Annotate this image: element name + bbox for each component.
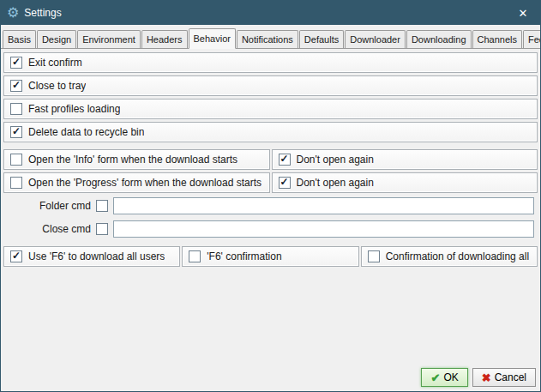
row-open-progress-form: Open the 'Progress' form when the downlo…	[3, 172, 538, 193]
close-to-tray-checkbox[interactable]: ✓	[10, 80, 22, 92]
row-close-to-tray: ✓ Close to tray	[3, 75, 538, 96]
row-fast-profiles: Fast profiles loading	[3, 99, 538, 119]
settings-window: ⚙ Settings ✕ Basis Design Environment He…	[0, 0, 541, 392]
tab-basis[interactable]: Basis	[3, 30, 36, 48]
close-to-tray-cell: ✓ Close to tray	[3, 75, 538, 96]
ok-button-label: OK	[443, 371, 458, 383]
footer-buttons: ✔ OK ✖ Cancel	[3, 366, 538, 388]
empty-area	[3, 269, 538, 366]
gear-icon: ⚙	[7, 6, 19, 20]
tab-feed[interactable]: Feed	[523, 30, 541, 48]
cancel-button[interactable]: ✖ Cancel	[472, 368, 536, 387]
open-info-label: Open the 'Info' form when the download s…	[28, 154, 237, 166]
f6-confirmation-label: 'F6' confirmation	[207, 250, 281, 262]
open-progress-cell: Open the 'Progress' form when the downlo…	[3, 172, 270, 193]
tab-downloader[interactable]: Downloader	[345, 30, 406, 48]
window-title: Settings	[24, 7, 61, 19]
tab-notifications[interactable]: Notifications	[237, 30, 298, 48]
ok-check-icon: ✔	[430, 371, 440, 384]
progress-dont-open-checkbox[interactable]: ✓	[279, 177, 291, 189]
tab-headers[interactable]: Headers	[141, 30, 188, 48]
progress-dont-open-label: Don't open again	[297, 177, 374, 189]
titlebar: ⚙ Settings ✕	[1, 1, 540, 25]
row-folder-cmd: Folder cmd	[3, 196, 538, 216]
use-f6-checkbox[interactable]: ✓	[10, 250, 22, 262]
close-to-tray-label: Close to tray	[28, 80, 86, 92]
fast-profiles-label: Fast profiles loading	[28, 103, 120, 115]
confirm-download-all-checkbox[interactable]	[368, 250, 380, 262]
row-f6-options: ✓ Use 'F6' to download all users 'F6' co…	[3, 246, 538, 267]
open-info-checkbox[interactable]	[10, 154, 22, 166]
folder-cmd-label: Folder cmd	[38, 200, 91, 212]
tab-environment[interactable]: Environment	[77, 30, 141, 48]
cancel-button-label: Cancel	[495, 371, 526, 383]
row-close-cmd: Close cmd	[3, 219, 538, 239]
checkmark-icon: ✓	[280, 177, 288, 187]
f6-confirmation-cell: 'F6' confirmation	[182, 246, 358, 267]
cancel-x-icon: ✖	[482, 371, 491, 384]
info-dont-open-cell: ✓ Don't open again	[272, 149, 538, 170]
confirm-download-all-cell: Confirmation of downloading all	[361, 246, 538, 267]
close-cmd-input[interactable]	[113, 220, 534, 238]
open-progress-label: Open the 'Progress' form when the downlo…	[28, 177, 261, 189]
use-f6-label: Use 'F6' to download all users	[28, 250, 165, 262]
delete-recycle-cell: ✓ Delete data to recycle bin	[3, 122, 538, 142]
open-info-cell: Open the 'Info' form when the download s…	[3, 149, 270, 170]
folder-cmd-checkbox[interactable]	[96, 200, 108, 212]
use-f6-cell: ✓ Use 'F6' to download all users	[3, 246, 180, 267]
progress-dont-open-cell: ✓ Don't open again	[272, 172, 538, 193]
checkmark-icon: ✓	[12, 80, 21, 90]
tab-channels[interactable]: Channels	[472, 30, 522, 48]
open-progress-checkbox[interactable]	[10, 177, 22, 189]
confirm-download-all-label: Confirmation of downloading all	[386, 250, 529, 262]
tab-behavior[interactable]: Behavior	[189, 28, 236, 49]
tab-defaults[interactable]: Defaults	[299, 30, 344, 48]
f6-confirmation-checkbox[interactable]	[189, 250, 201, 262]
tab-downloading[interactable]: Downloading	[406, 30, 472, 48]
folder-cmd-input[interactable]	[113, 197, 534, 214]
delete-recycle-label: Delete data to recycle bin	[28, 126, 144, 138]
tab-bar: Basis Design Environment Headers Behavio…	[1, 25, 540, 49]
fast-profiles-checkbox[interactable]	[10, 103, 22, 115]
close-cmd-checkbox[interactable]	[96, 223, 108, 235]
checkmark-icon: ✓	[12, 250, 21, 261]
row-open-info-form: Open the 'Info' form when the download s…	[3, 149, 538, 170]
close-icon[interactable]: ✕	[514, 7, 532, 20]
close-cmd-label: Close cmd	[38, 223, 91, 235]
behavior-tab-content: ✓ Exit confirm ✓ Close to tray Fast prof…	[1, 49, 540, 391]
fast-profiles-cell: Fast profiles loading	[3, 99, 538, 119]
tab-design[interactable]: Design	[37, 30, 76, 48]
exit-confirm-label: Exit confirm	[28, 57, 82, 69]
row-exit-confirm: ✓ Exit confirm	[3, 52, 538, 73]
exit-confirm-checkbox[interactable]: ✓	[10, 57, 22, 69]
checkmark-icon: ✓	[12, 57, 21, 67]
ok-button[interactable]: ✔ OK	[421, 368, 467, 387]
row-delete-recycle: ✓ Delete data to recycle bin	[3, 122, 538, 142]
exit-confirm-cell: ✓ Exit confirm	[3, 52, 538, 73]
delete-recycle-checkbox[interactable]: ✓	[10, 126, 22, 138]
checkmark-icon: ✓	[12, 126, 21, 136]
info-dont-open-label: Don't open again	[297, 154, 374, 166]
info-dont-open-checkbox[interactable]: ✓	[279, 154, 291, 166]
checkmark-icon: ✓	[280, 154, 288, 164]
